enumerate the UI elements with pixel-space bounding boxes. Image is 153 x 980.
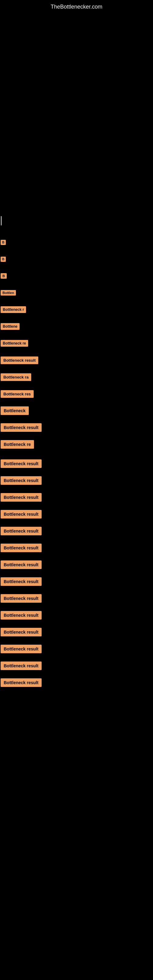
spacer-12: [0, 400, 153, 404]
spacer-8: [0, 332, 153, 337]
bottleneck-result-full-7: Bottleneck result: [1, 560, 41, 569]
cursor-row: [0, 215, 153, 227]
spacer-10: [0, 366, 153, 371]
bottlene-label: Bottlene: [1, 323, 19, 330]
spacer-2: [0, 227, 153, 236]
result-row-1: Bottleneck result: [0, 354, 153, 366]
bottleneck-res-label: Bottleneck res: [1, 390, 33, 398]
result-row-bottleneck: Bottleneck: [0, 404, 153, 417]
bottleneck-result-full-8: Bottleneck result: [1, 577, 41, 586]
site-title: TheBottlenecker.com: [0, 0, 153, 13]
bottleneck-result-full-6: Bottleneck result: [1, 544, 41, 552]
spacer-6: [0, 299, 153, 304]
result-row-bottleneck-re: Bottleneck re: [0, 337, 153, 350]
spacer-1: [0, 196, 153, 215]
spacer-13: [0, 417, 153, 422]
bottleneck-result-full-3: Bottleneck result: [1, 493, 41, 502]
b-label-3: B: [1, 273, 7, 279]
bottleneck-result-full-4: Bottleneck result: [1, 510, 41, 519]
bottleneck-result-full-2: Bottleneck result: [1, 476, 41, 485]
result-row-bottleneck-ra: Bottleneck ra: [0, 371, 153, 383]
result-row-b2: B: [0, 253, 153, 265]
b-label-1: B: [1, 240, 6, 245]
bottom-spacer: [0, 691, 153, 709]
top-chart-area: [0, 13, 153, 105]
result-row-full-8: Bottleneck result: [0, 573, 153, 590]
result-row-full-9: Bottleneck result: [0, 590, 153, 607]
result-row-full-11: Bottleneck result: [0, 624, 153, 640]
spacer-14: [0, 434, 153, 438]
spacer-3: [0, 248, 153, 253]
bottleneck-ra-label: Bottleneck ra: [1, 373, 31, 381]
bottleneck-result-full-1: Bottleneck result: [1, 460, 41, 468]
middle-chart-area: [0, 105, 153, 196]
bottleneck-result-full-12: Bottleneck result: [1, 645, 41, 653]
spacer-5: [0, 282, 153, 286]
result-row-full-3: Bottleneck result: [0, 489, 153, 506]
result-row-bottlen: Bottlen: [0, 286, 153, 299]
spacer-11: [0, 383, 153, 388]
result-row-full-13: Bottleneck result: [0, 657, 153, 674]
bottleneck-result-full-14: Bottleneck result: [1, 678, 41, 687]
spacer-15: [0, 450, 153, 455]
bottleneck-result-full-10: Bottleneck result: [1, 611, 41, 620]
bottleneck-result-label-2: Bottleneck result: [1, 423, 41, 432]
result-row-full-2: Bottleneck result: [0, 472, 153, 489]
result-row-3: Bottleneck re: [0, 438, 153, 450]
bottleneck-result-full-13: Bottleneck result: [1, 662, 41, 670]
result-row-full-12: Bottleneck result: [0, 640, 153, 657]
result-row-bottleneck-r: Bottleneck r: [0, 304, 153, 316]
result-row-bottlene: Bottlene: [0, 320, 153, 332]
result-row-full-6: Bottleneck result: [0, 539, 153, 556]
result-row-full-14: Bottleneck result: [0, 674, 153, 691]
bottleneck-r-label: Bottleneck r: [1, 306, 26, 313]
spacer-4: [0, 265, 153, 270]
result-row-2: Bottleneck result: [0, 422, 153, 434]
result-row-full-4: Bottleneck result: [0, 506, 153, 522]
result-row-bottleneck-res: Bottleneck res: [0, 388, 153, 400]
result-row-full-1: Bottleneck result: [0, 455, 153, 472]
bottleneck-result-full-9: Bottleneck result: [1, 594, 41, 603]
spacer-9: [0, 350, 153, 354]
spacer-7: [0, 316, 153, 320]
site-header: TheBottlenecker.com: [0, 0, 153, 13]
result-row-full-10: Bottleneck result: [0, 607, 153, 624]
b-label-2: B: [1, 257, 6, 262]
bottleneck-res-label-2: Bottleneck re: [1, 440, 34, 449]
bottleneck-result-label-1: Bottleneck result: [1, 356, 38, 364]
result-row-full-7: Bottleneck result: [0, 556, 153, 573]
bottleneck-result-full-5: Bottleneck result: [1, 527, 41, 535]
result-row-b1: B: [0, 236, 153, 248]
bottlen-label: Bottlen: [1, 290, 16, 296]
result-row-full-5: Bottleneck result: [0, 522, 153, 539]
bottleneck-re-label: Bottleneck re: [1, 340, 28, 347]
bottleneck-label: Bottleneck: [1, 406, 29, 415]
result-row-b3: B: [0, 270, 153, 282]
cursor-indicator: [1, 216, 2, 225]
bottleneck-result-full-11: Bottleneck result: [1, 628, 41, 636]
